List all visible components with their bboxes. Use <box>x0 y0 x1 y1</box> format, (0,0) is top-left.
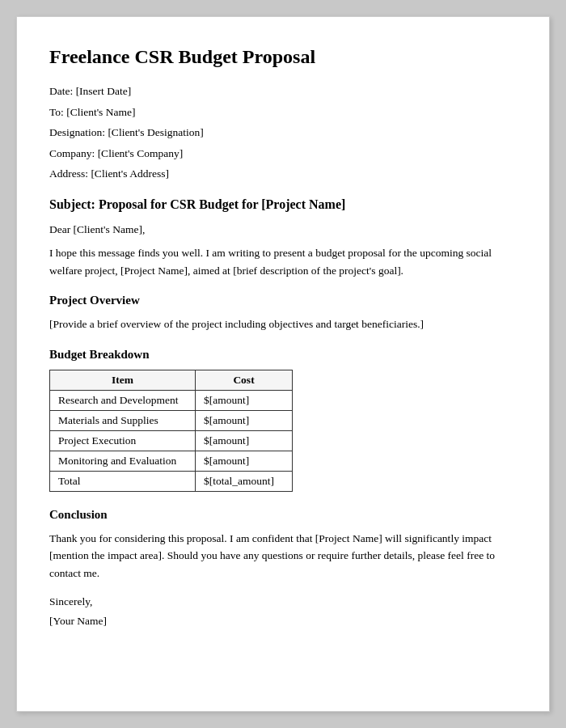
table-cell-item: Monitoring and Evaluation <box>50 451 196 471</box>
address-value: [Client's Address] <box>91 167 169 180</box>
table-cell-item: Project Execution <box>50 430 196 451</box>
date-value: [Insert Date] <box>76 85 132 97</box>
table-cell-cost: $[amount] <box>196 390 293 410</box>
meta-date: Date: [Insert Date] <box>49 83 517 100</box>
salutation: Dear [Client's Name], <box>49 223 517 236</box>
table-header-row: Item Cost <box>50 370 293 390</box>
conclusion-heading: Conclusion <box>49 508 517 522</box>
signature: [Your Name] <box>49 615 517 628</box>
document-page: Freelance CSR Budget Proposal Date: [Ins… <box>16 16 550 712</box>
meta-designation: Designation: [Client's Designation] <box>49 124 517 142</box>
address-label: Address: <box>49 167 88 180</box>
table-cell-cost: $[amount] <box>196 410 293 430</box>
table-cell-cost: $[amount] <box>196 430 293 451</box>
intro-paragraph: I hope this message finds you well. I am… <box>49 244 517 279</box>
meta-address: Address: [Client's Address] <box>49 165 517 183</box>
to-label: To: <box>49 106 64 118</box>
to-value: [Client's Name] <box>66 106 135 118</box>
budget-table: Item Cost Research and Development$[amou… <box>49 370 293 492</box>
designation-label: Designation: <box>49 126 105 138</box>
designation-value: [Client's Designation] <box>108 126 203 138</box>
meta-to: To: [Client's Name] <box>49 104 517 121</box>
table-cell-cost: $[total_amount] <box>196 471 293 491</box>
table-cell-cost: $[amount] <box>196 451 293 471</box>
closing: Sincerely, <box>49 595 517 608</box>
project-overview-heading: Project Overview <box>49 294 517 307</box>
meta-company: Company: [Client's Company] <box>49 145 517 163</box>
table-cell-item: Research and Development <box>50 390 196 410</box>
subject-line: Subject: Proposal for CSR Budget for [Pr… <box>49 197 517 212</box>
conclusion-text: Thank you for considering this proposal.… <box>49 530 517 582</box>
company-label: Company: <box>49 147 95 159</box>
project-overview-text: [Provide a brief overview of the project… <box>49 315 517 333</box>
table-row: Research and Development$[amount] <box>50 390 293 410</box>
table-row: Total$[total_amount] <box>50 471 293 491</box>
company-value: [Client's Company] <box>98 147 184 159</box>
table-row: Materials and Supplies$[amount] <box>50 410 293 430</box>
col-header-cost: Cost <box>196 370 293 390</box>
document-title: Freelance CSR Budget Proposal <box>49 46 517 68</box>
budget-breakdown-heading: Budget Breakdown <box>49 348 517 362</box>
table-cell-item: Materials and Supplies <box>50 410 196 430</box>
col-header-item: Item <box>50 370 196 390</box>
table-row: Project Execution$[amount] <box>50 430 293 451</box>
date-label: Date: <box>49 85 73 97</box>
table-cell-item: Total <box>50 471 196 491</box>
table-row: Monitoring and Evaluation$[amount] <box>50 451 293 471</box>
